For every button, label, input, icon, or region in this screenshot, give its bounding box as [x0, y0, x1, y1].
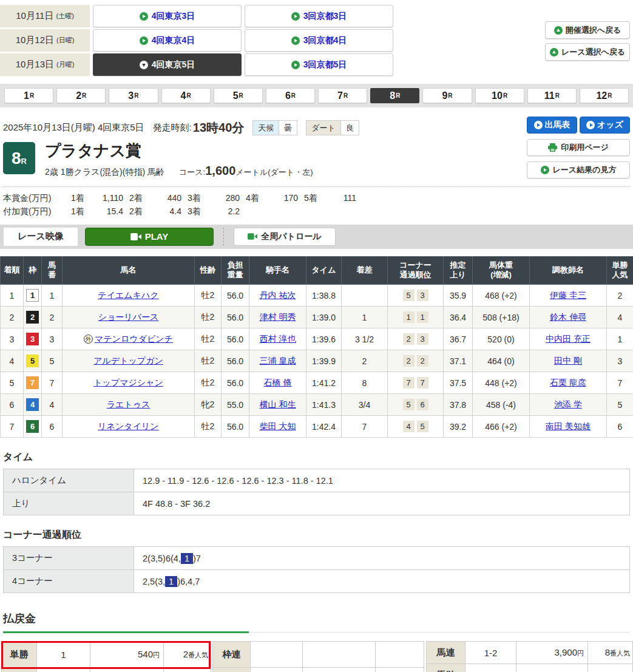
horse-name-link[interactable]: リネンタイリン [98, 421, 158, 431]
divider [3, 186, 630, 187]
jockey-link[interactable]: 津村 明秀 [260, 312, 296, 322]
tab-suffix: R [608, 92, 612, 99]
meeting-button-kyoto5[interactable]: 3回京都5日 [245, 53, 393, 76]
date-text: 10月11日 [16, 10, 53, 22]
favorite-rank: 3 [607, 350, 633, 372]
play-label: PLAY [145, 231, 169, 242]
trainer-link[interactable]: 石栗 龍彦 [550, 378, 586, 387]
divider [223, 228, 224, 246]
tab-4r[interactable]: 4R [161, 88, 211, 103]
patrol-video-button[interactable]: 全周パトロール [234, 228, 336, 246]
place-label: 2着 [129, 193, 149, 204]
horse-name-link[interactable]: マテンロウダビンチ [95, 334, 173, 344]
body-weight: 508 (+18) [473, 307, 530, 328]
patrol-label: 全周パトロール [261, 231, 321, 242]
tab-number: 3 [128, 90, 134, 101]
fukusho-label: 複勝 [2, 668, 37, 672]
result-row-6: 6 4 4 ラエトゥス 牝2 55.0 横山 和生 1:41.3 3/4 56 … [1, 394, 633, 416]
header-sex-age: 性齢 [195, 256, 222, 285]
trainer-link[interactable]: 田中 剛 [554, 356, 582, 365]
jockey-link[interactable]: 西村 淳也 [260, 334, 296, 344]
wakuren-popularity [376, 642, 424, 668]
trainer-link[interactable]: 南田 美知雄 [546, 421, 591, 431]
odds-button[interactable]: オッズ [580, 117, 630, 134]
horse-name-link[interactable]: ショーリバース [98, 312, 159, 322]
corner-pos: 5 [417, 421, 428, 432]
umaren-row: 馬連 1-2 3,900円 8番人気 [427, 642, 633, 664]
sex-age: 牡2 [195, 372, 222, 394]
tab-number: 8 [390, 90, 395, 101]
tab-number: 5 [233, 90, 239, 101]
finish-pos: 1 [1, 285, 24, 307]
shutsuba-button[interactable]: 出馬表 [527, 117, 577, 134]
jockey-link[interactable]: 横山 和生 [260, 399, 296, 409]
horse-number: 2 [42, 307, 63, 328]
trainer-link[interactable]: 鈴木 伸尋 [550, 312, 586, 322]
trainer-link[interactable]: 中内田 充正 [546, 334, 591, 344]
tab-suffix: R [30, 92, 34, 99]
jockey-link[interactable]: 三浦 皇成 [260, 356, 296, 365]
play-button[interactable]: PLAY [85, 228, 214, 246]
margin: 3/4 [342, 394, 388, 416]
tab-5r[interactable]: 5R [214, 88, 263, 103]
header-horse-name: 馬名 [63, 256, 195, 285]
umatan-amount: 6,090 [554, 670, 577, 672]
exotic-bets-table: 馬連 1-2 3,900円 8番人気 馬単 1-2 6,090円 13番人気 3… [426, 641, 633, 672]
tab-7r[interactable]: 7R [318, 88, 367, 103]
back-to-race-button[interactable]: レース選択へ戻る [545, 43, 630, 61]
jockey-link[interactable]: 石橋 脩 [264, 378, 292, 387]
prize-value: 170 [265, 193, 304, 204]
trainer-link[interactable]: 池添 学 [554, 399, 582, 409]
meeting-button-tokyo4[interactable]: 4回東京4日 [93, 29, 242, 52]
race-number-suffix: R [21, 157, 27, 166]
course-distance: 1,600 [205, 164, 235, 178]
tab-6r[interactable]: 6R [266, 88, 315, 103]
race-video-label: レース映像 [4, 228, 78, 246]
meeting-button-label: 3回京都3日 [303, 11, 347, 22]
trainer-link[interactable]: 伊藤 圭三 [550, 290, 586, 300]
tab-1r[interactable]: 1R [4, 88, 53, 103]
result-row-5: 5 7 7 トップマジシャン 牡2 56.0 石橋 脩 1:41.2 8 77 … [1, 372, 633, 394]
result-guide-button[interactable]: レース結果の見方 [527, 161, 630, 178]
jockey-link[interactable]: 丹内 祐次 [260, 290, 296, 300]
tab-12r[interactable]: 12R [580, 88, 629, 103]
meeting-button-kyoto4[interactable]: 3回京都4日 [245, 29, 393, 52]
arrow-right-icon [534, 121, 543, 129]
horse-name-link[interactable]: テイエムキハク [98, 290, 158, 300]
waku-badge: 1 [26, 289, 39, 302]
weather-label: 天候 [253, 121, 279, 135]
place-label: 1着 [71, 193, 90, 204]
corner4-order: 2,5(3,1)6,4,7 [134, 570, 630, 593]
back-to-meeting-button[interactable]: 開催選択へ戻る [545, 21, 630, 39]
tab-8r-active[interactable]: 8R [370, 88, 419, 103]
tab-number: 7 [337, 90, 343, 101]
tab-11r[interactable]: 11R [527, 88, 577, 103]
umatan-row: 馬単 1-2 6,090円 13番人気 [427, 664, 633, 672]
jockey-link[interactable]: 柴田 大知 [260, 421, 296, 431]
print-page-button[interactable]: 印刷用ページ [527, 139, 630, 156]
print-page-label: 印刷用ページ [561, 142, 609, 153]
race-video-bar: レース映像 PLAY 全周パトロール [0, 225, 633, 249]
tab-2r[interactable]: 2R [56, 88, 106, 103]
body-weight: 520 (0) [473, 328, 530, 350]
tab-9r[interactable]: 9R [422, 88, 472, 103]
horse-number: 4 [42, 394, 63, 416]
corner-pos: 3 [417, 333, 428, 345]
meeting-button-tokyo3[interactable]: 4回東京3日 [93, 5, 242, 27]
horse-name-link[interactable]: アルデトップガン [93, 356, 163, 365]
tab-3r[interactable]: 3R [109, 88, 158, 103]
meeting-button-tokyo5-active[interactable]: 4回東京5日 [93, 53, 242, 76]
horse-name-link[interactable]: ラエトゥス [107, 399, 151, 409]
tab-10r[interactable]: 10R [475, 88, 524, 103]
wakuren-amount [303, 642, 376, 668]
body-weight: 468 (+2) [473, 285, 530, 307]
wide-row-1: ワイド 1-2 660円 10番人気 [213, 668, 424, 672]
umaren-number: 1-2 [465, 642, 516, 664]
finish-time: 1:39.0 [306, 307, 342, 328]
printer-icon [548, 143, 557, 152]
corner-pos: 3 [417, 290, 428, 301]
tab-suffix: R [186, 92, 191, 99]
meeting-button-kyoto3[interactable]: 3回京都3日 [245, 5, 393, 27]
horse-number: 6 [42, 416, 63, 438]
horse-name-link[interactable]: トップマジシャン [93, 378, 163, 387]
